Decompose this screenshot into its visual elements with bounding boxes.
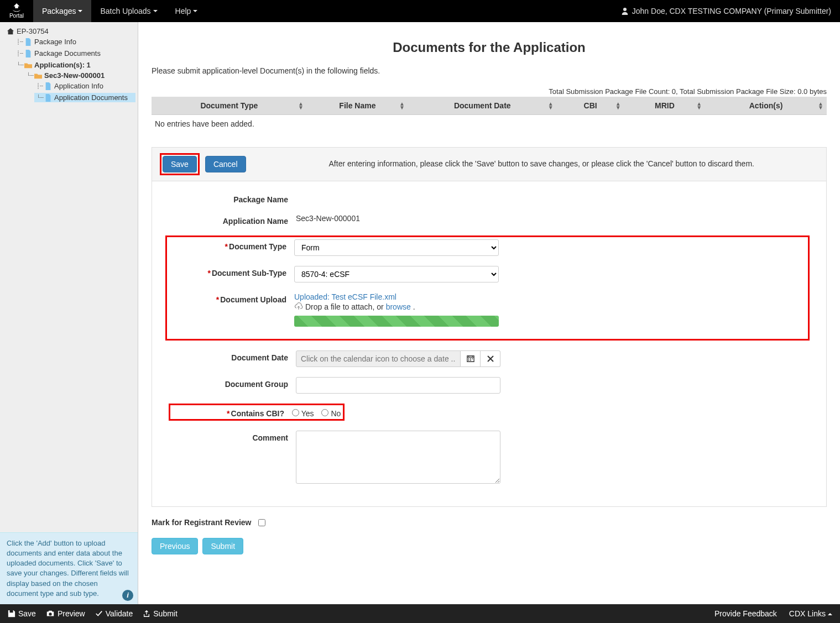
tree-app-sec3[interactable]: └╌ Sec3-New-000001 bbox=[24, 71, 135, 80]
tree-application-documents[interactable]: └╌ Application Documents bbox=[34, 93, 135, 102]
collapse-icon[interactable]: └╌ bbox=[17, 62, 22, 68]
info-icon[interactable]: i bbox=[122, 590, 133, 601]
label-document-upload: *Document Upload bbox=[167, 292, 294, 304]
col-mrid[interactable]: MRID▲▼ bbox=[624, 97, 706, 115]
sort-icon: ▲▼ bbox=[615, 102, 621, 109]
nav-help[interactable]: Help bbox=[166, 0, 207, 22]
col-document-date[interactable]: Document Date▲▼ bbox=[408, 97, 557, 115]
label-document-subtype: *Document Sub-Type bbox=[167, 266, 294, 278]
save-button[interactable]: Save bbox=[163, 156, 197, 172]
tree-label: Application Documents bbox=[54, 93, 128, 102]
svg-rect-2 bbox=[472, 358, 473, 359]
tree-package-documents[interactable]: ┊╌ Package Documents bbox=[14, 49, 135, 58]
tree-root[interactable]: EP-30754 bbox=[4, 27, 135, 36]
tree-package-info[interactable]: ┊╌ Package Info bbox=[14, 37, 135, 46]
document-subtype-select[interactable]: 8570-4: eCSF bbox=[294, 266, 499, 282]
mark-review-checkbox[interactable] bbox=[258, 519, 265, 526]
submit-button[interactable]: Submit bbox=[202, 538, 243, 554]
file-icon bbox=[24, 38, 32, 46]
folder-open-icon bbox=[34, 72, 42, 79]
tip-text: Click the 'Add' button to upload documen… bbox=[7, 539, 129, 598]
label-package-name: Package Name bbox=[169, 192, 296, 204]
table-empty-row: No entries have been added. bbox=[152, 115, 827, 133]
document-date-input[interactable] bbox=[296, 350, 461, 367]
label-document-type: *Document Type bbox=[167, 239, 294, 251]
tree-label: Package Documents bbox=[34, 49, 101, 57]
cloud-upload-icon bbox=[294, 302, 303, 311]
upload-dropzone[interactable]: Drop a file to attach, or browse. bbox=[294, 302, 499, 311]
label-contains-cbi: *Contains CBI? bbox=[173, 406, 292, 418]
file-icon bbox=[44, 94, 52, 102]
panel-help-text: After entering information, please click… bbox=[329, 159, 818, 170]
top-navbar: Portal Packages Batch Uploads Help John … bbox=[0, 0, 840, 22]
sort-icon: ▲▼ bbox=[818, 102, 823, 109]
document-type-select[interactable]: Form bbox=[294, 239, 499, 256]
tree-connector: └╌ bbox=[36, 95, 42, 101]
comment-textarea[interactable] bbox=[296, 431, 500, 484]
label-document-group: Document Group bbox=[169, 377, 296, 389]
sidebar-tip: Click the 'Add' button to upload documen… bbox=[0, 532, 138, 604]
file-icon bbox=[24, 50, 32, 57]
collapse-icon[interactable]: └╌ bbox=[27, 72, 32, 78]
portal-logo[interactable]: Portal bbox=[0, 0, 33, 22]
label-mark-review: Mark for Registrant Review bbox=[152, 518, 252, 527]
edit-panel: Save Cancel After entering information, … bbox=[152, 147, 827, 507]
svg-rect-4 bbox=[470, 360, 471, 361]
folder-open-icon bbox=[24, 62, 32, 69]
tree-connector: ┊╌ bbox=[36, 83, 42, 89]
tree-root-label: EP-30754 bbox=[17, 27, 49, 35]
logo-icon bbox=[11, 3, 23, 13]
cbi-yes-radio[interactable] bbox=[292, 409, 299, 416]
tree-label: Application(s): 1 bbox=[34, 61, 91, 69]
calendar-icon bbox=[467, 355, 474, 363]
user-info[interactable]: John Doe, CDX TESTING COMPANY (Primary S… bbox=[612, 0, 840, 22]
panel-toolbar: Save Cancel After entering information, … bbox=[152, 148, 826, 181]
col-actions[interactable]: Action(s)▲▼ bbox=[705, 97, 827, 115]
value-application-name: Sec3-New-000001 bbox=[296, 214, 500, 223]
cbi-no-radio[interactable] bbox=[321, 409, 328, 416]
tree-label: Sec3-New-000001 bbox=[44, 71, 105, 80]
document-fields-highlight: *Document Type Form *Document Sub-Type 8… bbox=[165, 235, 810, 341]
sidebar: EP-30754 ┊╌ Package Info ┊╌ Package Docu… bbox=[0, 22, 138, 604]
document-group-input[interactable] bbox=[296, 377, 500, 394]
tree-application-info[interactable]: ┊╌ Application Info bbox=[34, 81, 135, 91]
empty-message: No entries have been added. bbox=[152, 115, 827, 133]
sort-icon: ▲▼ bbox=[696, 102, 702, 109]
sort-icon: ▲▼ bbox=[548, 102, 554, 109]
nav-tree: EP-30754 ┊╌ Package Info ┊╌ Package Docu… bbox=[0, 22, 138, 532]
mark-for-review-row: Mark for Registrant Review bbox=[152, 518, 827, 527]
clear-date-button[interactable] bbox=[481, 350, 500, 367]
tree-applications[interactable]: └╌ Application(s): 1 bbox=[14, 60, 135, 70]
uploaded-file-link[interactable]: Uploaded: Test eCSF File.xml bbox=[294, 292, 396, 301]
col-document-type[interactable]: Document Type▲▼ bbox=[152, 97, 307, 115]
label-document-date: Document Date bbox=[169, 350, 296, 362]
cancel-button[interactable]: Cancel bbox=[205, 156, 246, 172]
tree-label: Application Info bbox=[54, 82, 103, 90]
upload-progress-bar bbox=[294, 316, 499, 327]
user-name: John Doe, CDX TESTING COMPANY (Primary S… bbox=[632, 7, 831, 15]
close-icon bbox=[487, 355, 494, 362]
cbi-no-option[interactable]: No bbox=[321, 409, 341, 418]
nav-batch-uploads[interactable]: Batch Uploads bbox=[91, 0, 166, 22]
col-file-name[interactable]: File Name▲▼ bbox=[307, 97, 408, 115]
calendar-button[interactable] bbox=[461, 350, 481, 367]
svg-rect-3 bbox=[468, 360, 469, 361]
tree-connector: ┊╌ bbox=[17, 50, 22, 56]
user-icon bbox=[621, 7, 629, 15]
browse-link[interactable]: browse bbox=[386, 302, 411, 311]
label-application-name: Application Name bbox=[169, 214, 296, 226]
nav-packages[interactable]: Packages bbox=[33, 0, 91, 22]
save-highlight: Save bbox=[160, 153, 200, 175]
logo-text: Portal bbox=[9, 13, 24, 19]
documents-table: Document Type▲▼ File Name▲▼ Document Dat… bbox=[152, 97, 827, 133]
svg-rect-0 bbox=[468, 358, 469, 359]
cbi-yes-option[interactable]: Yes bbox=[292, 409, 314, 418]
cbi-highlight: *Contains CBI? Yes No bbox=[169, 404, 345, 421]
home-icon bbox=[7, 28, 14, 35]
previous-button[interactable]: Previous bbox=[152, 538, 198, 554]
col-cbi[interactable]: CBI▲▼ bbox=[557, 97, 624, 115]
sort-icon: ▲▼ bbox=[399, 102, 405, 109]
tree-label: Package Info bbox=[34, 38, 76, 46]
page-instruction: Please submit application-level Document… bbox=[152, 66, 827, 75]
sort-icon: ▲▼ bbox=[298, 102, 304, 109]
